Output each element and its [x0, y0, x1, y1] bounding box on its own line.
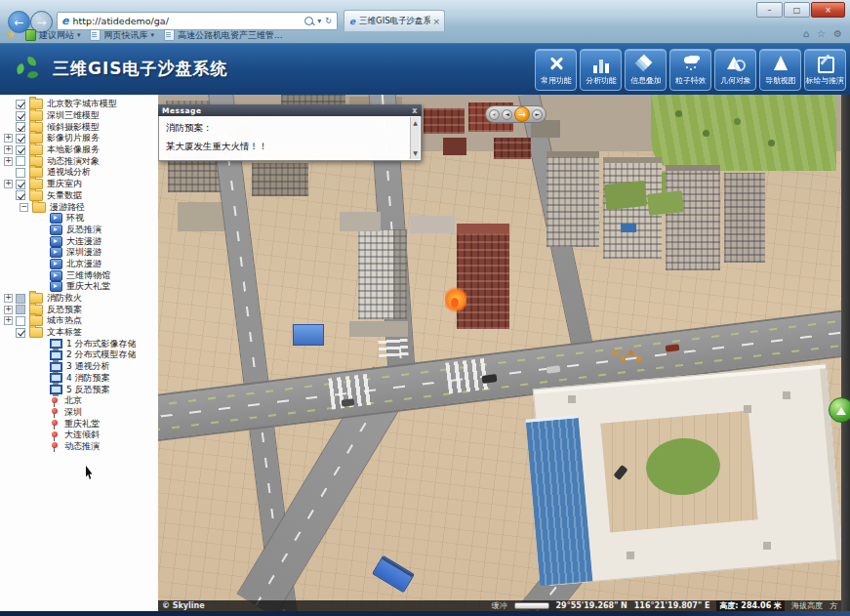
window-close-button[interactable]: × — [811, 2, 845, 18]
message-line: 消防预案： — [166, 118, 407, 137]
tree-checkbox[interactable] — [16, 328, 25, 338]
tree-item[interactable]: 深圳 — [0, 407, 158, 419]
favorites-bar-item[interactable]: 建议网站 ▾ — [25, 29, 81, 42]
tree-checkbox[interactable] — [16, 134, 25, 144]
tree-checkbox[interactable] — [16, 316, 25, 326]
tree-expand-toggle[interactable] — [4, 157, 13, 166]
favorites-bar-item[interactable]: 高速公路机电资产三维管... — [164, 29, 286, 42]
tree-expand-toggle[interactable] — [4, 145, 13, 154]
tree-checkbox[interactable] — [16, 294, 25, 304]
scroll-down-icon[interactable]: ▼ — [413, 147, 418, 159]
url-text[interactable]: http://atidedemo/ga/ — [72, 16, 303, 26]
tree-item[interactable]: 消防救火 — [0, 293, 158, 305]
tree-item[interactable]: 城市热点 — [0, 315, 158, 327]
tree-item[interactable]: 三维博物馆 — [0, 269, 158, 281]
tree-item[interactable]: 环视 — [0, 213, 158, 225]
map-3d-viewport[interactable]: Message x 消防预案： 某大厦发生重大火情！！ ▲ ▼ « ◄ → — [158, 95, 841, 611]
address-dropdown-caret[interactable]: ▾ — [317, 17, 321, 25]
window-maximize-button[interactable]: □ — [784, 2, 810, 18]
toolbar-button[interactable]: 粒子特效 — [669, 49, 711, 91]
tree-item[interactable]: 重庆礼堂 — [0, 418, 158, 430]
tree-checkbox[interactable] — [16, 122, 25, 132]
tree-expand-toggle[interactable] — [4, 180, 13, 188]
tree-item[interactable]: 反恐推演 — [0, 225, 158, 236]
playback-button[interactable]: « — [489, 109, 500, 120]
toolbar-button[interactable]: 标绘与推演 — [804, 49, 846, 91]
tab-close-icon[interactable]: × — [432, 17, 440, 26]
tree-item[interactable]: 大连漫游 — [0, 235, 158, 247]
tree-item[interactable]: 北京漫游 — [0, 259, 158, 270]
tree-checkbox[interactable] — [16, 168, 25, 178]
tree-item[interactable]: 本地影像服务 — [0, 144, 158, 156]
tree-item[interactable]: 4 消防预案 — [0, 373, 158, 385]
tree-item[interactable]: 影像切片服务 — [0, 133, 158, 144]
tree-item[interactable]: 3 通视分析 — [0, 361, 158, 373]
toolbar-button[interactable]: 几何对象 — [714, 49, 756, 91]
tree-item[interactable]: 深圳漫游 — [0, 247, 158, 259]
tree-checkbox[interactable] — [16, 180, 25, 189]
tree-item[interactable]: 1 分布式影像存储 — [0, 338, 158, 349]
tree-checkbox[interactable] — [16, 305, 25, 314]
tree-item[interactable]: 动态推演对象 — [0, 155, 158, 167]
tree-item[interactable]: 矢量数据 — [0, 190, 158, 202]
message-line: 某大厦发生重大火情！！ — [166, 137, 407, 155]
refresh-icon[interactable]: ↻ — [325, 17, 332, 25]
message-popup-titlebar[interactable]: Message x — [158, 104, 422, 116]
playback-button[interactable]: ◄ — [502, 109, 512, 120]
favorites-bar: ★ 建议网站 ▾ 网页快讯库 ▾ 高速公路机电资产三维管... — [0, 27, 850, 43]
tree-item[interactable]: 深圳三维模型 — [0, 110, 158, 122]
navigation-sphere-button[interactable] — [829, 397, 850, 423]
tree-expand-toggle[interactable] — [4, 316, 13, 325]
height-value: 高度: 284.06 米 — [716, 600, 785, 611]
tree-item[interactable]: 通视域分析 — [0, 167, 158, 179]
tree-item[interactable]: 重庆室内 — [0, 179, 158, 190]
playback-button[interactable]: → — [514, 106, 530, 122]
toolbar-button[interactable]: 分析功能 — [580, 49, 622, 91]
favorites-star-icon[interactable]: ☆ — [817, 28, 826, 39]
tree-item[interactable]: 反恐预案 — [0, 304, 158, 315]
tree-item-icon — [50, 373, 62, 383]
tree-item[interactable]: 北京 — [0, 395, 158, 407]
tree-item[interactable]: 大连倾斜 — [0, 430, 158, 441]
add-favorite-star-icon[interactable]: ★ — [6, 30, 16, 40]
tree-item[interactable]: 漫游路径 — [0, 201, 158, 213]
tree-item[interactable]: 5 反恐预案 — [0, 384, 158, 395]
tree-item[interactable]: 动态推演 — [0, 441, 158, 453]
toolbar-button[interactable]: 常用功能 — [535, 49, 577, 91]
tree-item-label: 动态推演 — [64, 440, 100, 453]
tree-checkbox[interactable] — [16, 145, 25, 155]
tree-expand-toggle[interactable] — [20, 203, 28, 212]
tree-expand-toggle[interactable] — [4, 306, 13, 314]
tree-expand-toggle[interactable] — [4, 134, 13, 143]
tree-checkbox[interactable] — [16, 111, 25, 121]
brick-building — [424, 108, 465, 134]
tree-item-icon — [52, 431, 58, 437]
popup-scrollbar[interactable]: ▲ ▼ — [410, 117, 420, 159]
windows-taskbar-edge — [0, 611, 850, 616]
window-minimize-button[interactable]: – — [756, 2, 783, 18]
tree-checkbox[interactable] — [16, 190, 25, 200]
tree-checkbox[interactable] — [16, 100, 25, 109]
toolbar-button[interactable]: 信息叠加 — [625, 49, 667, 91]
scroll-up-icon[interactable]: ▲ — [413, 117, 418, 129]
toolbar-button[interactable]: 导航视图 — [759, 49, 801, 91]
buffer-progress-bar — [514, 602, 549, 609]
playback-button-glyph: « — [493, 111, 496, 117]
tree-checkbox[interactable] — [16, 156, 25, 166]
tree-item[interactable]: 倾斜摄影模型 — [0, 121, 158, 133]
home-icon[interactable]: ⌂ — [803, 28, 809, 39]
settings-gear-icon[interactable]: ⚙ — [833, 28, 842, 39]
message-popup[interactable]: Message x 消防预案： 某大厦发生重大火情！！ ▲ ▼ — [158, 104, 422, 161]
playback-button[interactable]: ► — [532, 109, 543, 120]
tree-item[interactable]: 北京数字城市模型 — [0, 99, 158, 110]
popup-close-icon[interactable]: x — [412, 106, 418, 115]
tree-item[interactable]: 文本标签 — [0, 327, 158, 339]
tree-item[interactable]: 2 分布式模型存储 — [0, 349, 158, 361]
favorites-bar-item[interactable]: 网页快讯库 ▾ — [90, 29, 154, 42]
tree-item-icon — [50, 247, 62, 258]
search-icon[interactable] — [304, 17, 313, 25]
tree-item[interactable]: 重庆大礼堂 — [0, 281, 158, 293]
apartment-building — [546, 151, 599, 247]
toolbar-button-label: 分析功能 — [586, 75, 616, 86]
tree-expand-toggle[interactable] — [4, 294, 13, 303]
